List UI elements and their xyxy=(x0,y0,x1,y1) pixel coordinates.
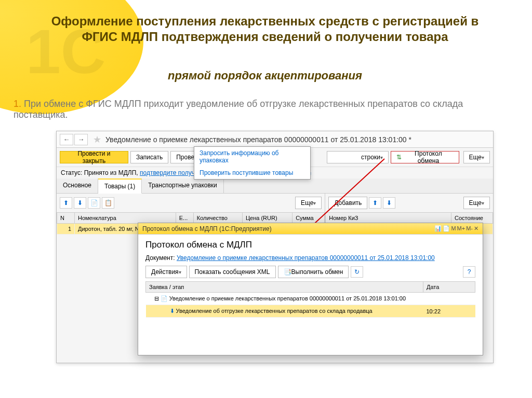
move-up-button[interactable]: ⬆ xyxy=(60,197,72,209)
print-icon[interactable]: 📄 xyxy=(443,225,450,232)
document-link[interactable]: Уведомление о приемке лекарственных преп… xyxy=(177,254,435,262)
tab-packs[interactable]: Транспортные упаковки xyxy=(142,179,224,193)
help-button[interactable]: ? xyxy=(463,266,475,278)
window-title: Уведомление о приемке лекарственных преп… xyxy=(105,135,411,144)
dialog-title: Протокол обмена с МДЛП xyxy=(145,240,475,250)
actions-button[interactable]: Действия xyxy=(145,266,187,278)
dialog-titlebar: Протокол обмена с МДЛП (1С:Предприятие) … xyxy=(138,223,483,235)
dialog-toolbar: Действия Показать сообщения XML 📑 Выполн… xyxy=(145,266,475,278)
show-xml-button[interactable]: Показать сообщения XML xyxy=(189,266,276,278)
step-number: 1. xyxy=(14,99,21,109)
paste-icon[interactable]: 📋 xyxy=(102,197,114,209)
window-header: ← → ★ Уведомление о приемке лекарственны… xyxy=(57,131,493,148)
tab-main[interactable]: Основное xyxy=(57,179,98,193)
tabs: Основное Товары (1) Транспортные упаковк… xyxy=(57,179,493,194)
slide-subtitle: прямой порядок акцептирования xyxy=(36,69,494,83)
download-icon: ⬇ xyxy=(170,308,175,314)
dialog-window-controls: 📊 📄 MM+M- ✕ xyxy=(434,225,478,232)
protocol-dialog: Протокол обмена с МДЛП (1С:Предприятие) … xyxy=(138,223,483,355)
kiz-more-button[interactable]: Еще xyxy=(463,197,490,209)
close-icon[interactable]: ✕ xyxy=(474,225,478,232)
load-rows-button[interactable]: Загрузить Загрузить строкистроки xyxy=(327,151,389,163)
favorite-icon[interactable]: ★ xyxy=(93,134,101,145)
protocol-table[interactable]: Заявка / этап Дата ⊟ 📄 Уведомление о при… xyxy=(145,281,475,318)
protocol-button[interactable]: ⇅ Протокол обмена xyxy=(391,151,459,163)
calc-icon[interactable]: 📊 xyxy=(434,225,442,232)
add-button[interactable]: Добавить xyxy=(328,197,367,209)
dropdown-item-check-goods[interactable]: Проверить поступившие товары xyxy=(194,167,310,179)
dialog-caption: Протокол обмена с МДЛП (1С:Предприятие) xyxy=(142,225,272,232)
step-description: 1. При обмене с ФГИС МДЛП приходит уведо… xyxy=(14,99,512,120)
back-button[interactable]: ← xyxy=(60,134,73,145)
move-up-button[interactable]: ⬆ xyxy=(369,197,381,209)
load-rows-dropdown: Запросить информацию об упаковках Провер… xyxy=(194,146,311,180)
exchange-icon: ⇅ xyxy=(396,154,402,161)
post-and-close-button[interactable]: Провести и закрыть xyxy=(60,151,128,163)
tab-goods[interactable]: Товары (1) xyxy=(98,179,142,194)
exchange-button[interactable]: 📑 Выполнить обмен xyxy=(278,266,349,278)
document-row: Документ: Уведомление о приемке лекарств… xyxy=(145,254,475,262)
move-down-button[interactable]: ⬇ xyxy=(74,197,86,209)
dropdown-item-request-info[interactable]: Запросить информацию об упаковках xyxy=(194,147,310,167)
copy-icon[interactable]: 📄 xyxy=(88,197,100,209)
goods-more-button[interactable]: Еще xyxy=(295,197,322,209)
slide-title: Оформление поступления лекарственных сре… xyxy=(36,13,494,45)
move-down-button[interactable]: ⬇ xyxy=(383,197,395,209)
table-row[interactable]: ⊟ 📄 Уведомление о приемке лекарственных … xyxy=(146,293,475,305)
refresh-button[interactable]: ↻ xyxy=(351,266,363,278)
forward-button[interactable]: → xyxy=(74,134,88,145)
table-row[interactable]: ⬇ Уведомление об отгрузке лекарственных … xyxy=(146,305,475,318)
more-button[interactable]: Еще xyxy=(463,151,490,163)
save-button[interactable]: Записать xyxy=(130,151,168,163)
